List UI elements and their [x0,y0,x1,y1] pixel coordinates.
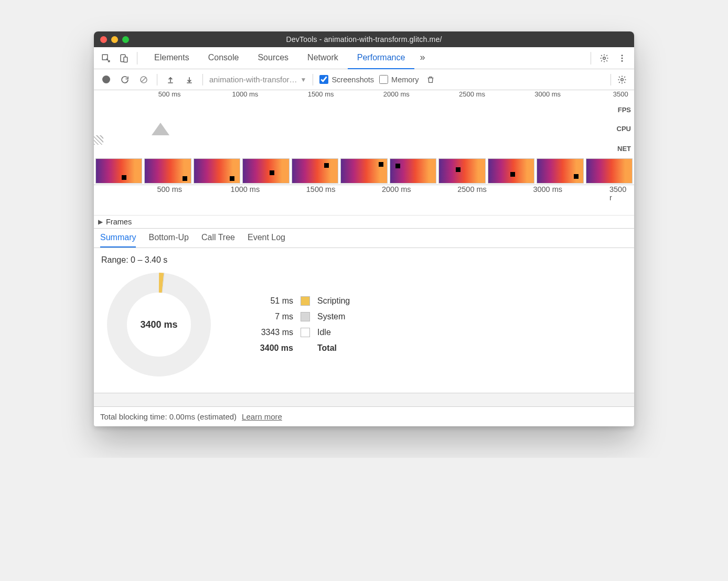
detail-tab-summary[interactable]: Summary [100,233,136,248]
filmstrip-frame[interactable] [95,158,142,184]
frames-label: Frames [106,218,132,226]
svg-point-11 [621,78,624,81]
detail-tabs: Summary Bottom-Up Call Tree Event Log [94,229,634,248]
profile-selector-label: animation-with-transfor… [209,75,297,84]
capture-settings-icon[interactable] [615,73,629,87]
maximize-button[interactable] [122,36,129,43]
summary-panel: Range: 0 – 3.40 s 3400 ms 51 ms Scriptin… [94,248,634,393]
divider [202,74,203,85]
blocking-time-text: Total blocking time: 0.00ms (estimated) [100,412,237,421]
legend-total-ms: 3400 ms [253,343,293,353]
devtools-tabbar: Elements Console Sources Network Perform… [94,47,634,69]
filmstrip-frame[interactable] [340,158,387,184]
titlebar: DevTools - animation-with-transform.glit… [94,31,634,47]
overview-tick: 1500 ms [308,90,334,98]
divider [157,74,157,85]
summary-legend: 51 ms Scripting 7 ms System 3343 ms Idle… [253,296,350,353]
detail-tab-calltree[interactable]: Call Tree [201,233,235,248]
detail-tab-eventlog[interactable]: Event Log [248,233,285,248]
legend-label: Idle [317,328,350,337]
overview-tick: 2000 ms [383,90,410,98]
device-toggle-icon[interactable] [116,50,132,66]
timeline-canvas[interactable] [94,198,634,216]
filmstrip-frame[interactable] [586,158,633,184]
cpu-lane-label: CPU [617,125,631,133]
cpu-activity-bump [152,123,169,135]
memory-label: Memory [391,76,419,84]
record-button[interactable] [99,73,113,87]
close-button[interactable] [100,36,107,43]
filmstrip-frame[interactable] [390,158,436,184]
svg-point-3 [603,57,606,59]
minimize-button[interactable] [111,36,118,43]
timeline-tick: 500 ms [157,185,182,193]
filmstrip-frame[interactable] [537,158,583,184]
clear-button[interactable] [137,73,151,87]
timeline-tick: 1000 ms [231,185,260,193]
tab-sources[interactable]: Sources [248,47,298,69]
inspect-element-icon[interactable] [98,50,114,66]
svg-point-4 [622,55,623,56]
download-profile-icon[interactable] [183,73,196,87]
disclosure-triangle-icon: ▶ [98,218,103,225]
screenshots-label: Screenshots [331,76,374,84]
garbage-collect-icon[interactable] [424,73,437,87]
svg-line-8 [142,77,146,82]
filmstrip-frame[interactable] [488,158,534,184]
memory-checkbox[interactable]: Memory [379,75,419,84]
range-label: Range: 0 – 3.40 s [101,255,627,265]
timeline-tick: 3000 ms [533,185,562,193]
filmstrip-frame[interactable] [438,158,485,184]
divider [611,74,611,85]
overview-tick: 500 ms [158,90,181,98]
devtools-window: DevTools - animation-with-transform.glit… [94,31,634,426]
divider [591,52,591,64]
memory-checkbox-input[interactable] [379,75,388,84]
performance-toolbar: animation-with-transfor… ▼ Screenshots M… [94,69,634,90]
summary-donut-chart: 3400 ms [106,272,211,377]
tab-list: Elements Console Sources Network Perform… [145,47,430,69]
tab-elements[interactable]: Elements [145,47,199,69]
legend-swatch-idle [301,328,310,337]
svg-point-6 [622,60,623,61]
frames-track-header[interactable]: ▶ Frames [94,216,634,229]
overview-tick: 3000 ms [534,90,561,98]
tab-network[interactable]: Network [298,47,348,69]
detail-tab-bottomup[interactable]: Bottom-Up [148,233,188,248]
chevron-down-icon: ▼ [301,76,307,83]
overview-time-ruler: 500 ms 1000 ms 1500 ms 2000 ms 2500 ms 3… [94,90,634,100]
filmstrip-frame[interactable] [144,158,191,184]
profile-selector[interactable]: animation-with-transfor… ▼ [209,75,306,84]
footer-bar: Total blocking time: 0.00ms (estimated) … [94,406,634,426]
filmstrip-frame[interactable] [242,158,289,184]
reload-record-button[interactable] [118,73,132,87]
window-title: DevTools - animation-with-transform.glit… [286,35,442,44]
screenshots-checkbox-input[interactable] [319,75,328,84]
overview-panel[interactable]: 500 ms 1000 ms 1500 ms 2000 ms 2500 ms 3… [94,90,634,185]
legend-swatch-scripting [301,296,310,306]
overview-tick: 1000 ms [232,90,258,98]
legend-swatch-system [301,312,310,321]
tab-overflow[interactable]: » [414,47,430,69]
legend-label: System [317,312,350,321]
tab-console[interactable]: Console [199,47,249,69]
more-menu-icon[interactable] [614,50,630,66]
timeline-tick: 2000 ms [382,185,411,193]
legend-ms: 51 ms [253,296,293,306]
settings-icon[interactable] [596,50,612,66]
screenshots-checkbox[interactable]: Screenshots [319,75,374,84]
upload-profile-icon[interactable] [164,73,177,87]
overview-hatching [94,135,103,145]
tab-performance[interactable]: Performance [348,47,415,69]
divider [137,52,137,64]
donut-center-value: 3400 ms [140,319,177,330]
filmstrip-frame[interactable] [194,158,240,184]
learn-more-link[interactable]: Learn more [242,412,282,421]
timeline-tick: 1500 ms [306,185,336,193]
svg-rect-2 [124,57,127,62]
screenshot-filmstrip [94,156,634,185]
overview-lanes: FPS CPU NET [94,100,634,156]
window-controls [100,36,129,43]
filmstrip-frame[interactable] [292,158,338,184]
overview-tick: 2500 ms [459,90,485,98]
